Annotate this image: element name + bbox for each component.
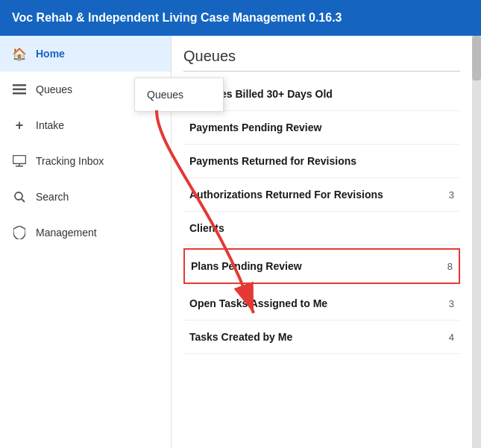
queue-item-payments-returned[interactable]: Payments Returned for Revisions: [183, 145, 460, 178]
queue-item-count-authorizations-returned: 3: [449, 189, 454, 201]
sidebar-item-tracking-inbox[interactable]: Tracking Inbox: [0, 143, 171, 179]
svg-rect-3: [13, 156, 26, 164]
sidebar: 🏠 Home Queues + Intake: [0, 36, 172, 448]
sidebar-item-intake[interactable]: + Intake: [0, 107, 171, 143]
queue-list: Services Billed 30+ Days OldPayments Pen…: [183, 78, 460, 354]
search-icon: [12, 189, 27, 204]
queue-item-authorizations-returned[interactable]: Authorizations Returned For Revisions3: [183, 178, 460, 212]
queue-item-label-authorizations-returned: Authorizations Returned For Revisions: [189, 189, 443, 201]
queue-item-label-clients: Clients: [189, 222, 454, 234]
queue-item-count-open-tasks: 3: [449, 298, 454, 309]
scrollbar-track[interactable]: [472, 36, 481, 448]
svg-rect-0: [13, 84, 26, 86]
svg-line-7: [22, 199, 25, 202]
sidebar-item-intake-label: Intake: [36, 119, 64, 131]
sidebar-item-search-label: Search: [36, 191, 69, 203]
app-header: Voc Rehab & Independent Living Case Mana…: [0, 0, 481, 36]
sidebar-item-search[interactable]: Search: [0, 179, 171, 215]
queue-item-open-tasks[interactable]: Open Tasks Assigned to Me3: [183, 287, 460, 321]
intake-icon: +: [12, 118, 27, 133]
queue-item-services-billed[interactable]: Services Billed 30+ Days Old: [183, 78, 460, 111]
tracking-inbox-icon: [12, 154, 27, 168]
queue-item-label-payments-pending: Payments Pending Review: [189, 122, 454, 133]
queue-item-label-payments-returned: Payments Returned for Revisions: [189, 155, 454, 167]
queues-tooltip: Queues: [134, 78, 224, 112]
queues-heading: Queues: [183, 48, 460, 72]
queue-item-label-services-billed: Services Billed 30+ Days Old: [189, 88, 454, 100]
svg-rect-1: [13, 89, 26, 91]
queue-item-payments-pending[interactable]: Payments Pending Review: [183, 111, 460, 145]
svg-rect-2: [13, 92, 26, 95]
queues-icon: [12, 82, 27, 97]
queue-item-count-plans-pending: 8: [447, 261, 453, 272]
management-icon: [12, 225, 27, 240]
app-title: Voc Rehab & Independent Living Case Mana…: [12, 11, 342, 25]
tooltip-queues-item[interactable]: Queues: [135, 83, 223, 107]
sidebar-item-home[interactable]: 🏠 Home: [0, 36, 171, 72]
sidebar-item-management[interactable]: Management: [0, 215, 171, 250]
svg-point-6: [15, 192, 22, 200]
sidebar-item-tracking-inbox-label: Tracking Inbox: [36, 155, 104, 167]
queue-item-label-open-tasks: Open Tasks Assigned to Me: [189, 297, 443, 309]
sidebar-item-home-label: Home: [36, 48, 65, 60]
main-layout: 🏠 Home Queues + Intake: [0, 36, 481, 448]
queue-item-label-tasks-created: Tasks Created by Me: [189, 331, 443, 343]
queue-item-plans-pending[interactable]: Plans Pending Review8: [183, 248, 460, 284]
sidebar-item-management-label: Management: [36, 227, 97, 239]
queue-item-label-plans-pending: Plans Pending Review: [191, 260, 441, 272]
queue-item-clients[interactable]: Clients: [183, 212, 460, 245]
sidebar-item-queues-label: Queues: [36, 83, 72, 95]
scrollbar-thumb[interactable]: [472, 36, 481, 81]
queue-item-count-tasks-created: 4: [449, 332, 454, 343]
home-icon: 🏠: [12, 46, 27, 61]
queue-item-tasks-created[interactable]: Tasks Created by Me4: [183, 321, 460, 354]
